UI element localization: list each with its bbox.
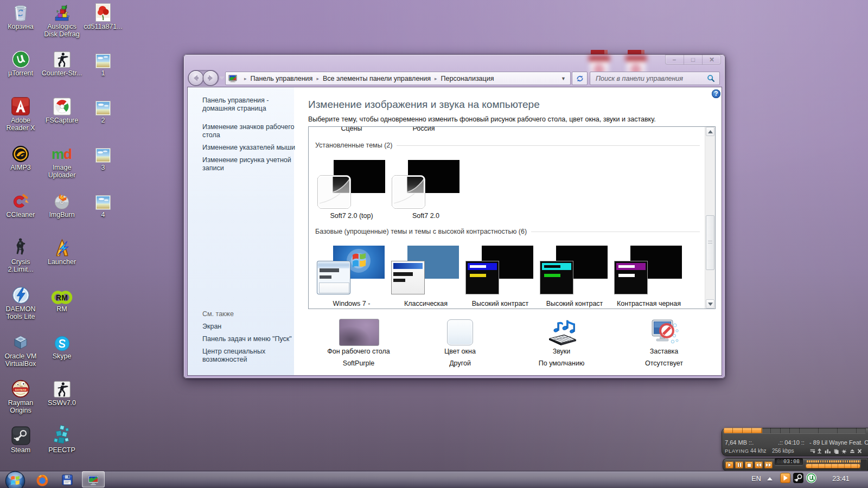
svg-text:d: d	[63, 146, 72, 162]
svg-text:RAYMAN: RAYMAN	[15, 389, 27, 391]
svg-text:RM: RM	[56, 293, 68, 302]
svg-text:m: m	[52, 146, 64, 162]
